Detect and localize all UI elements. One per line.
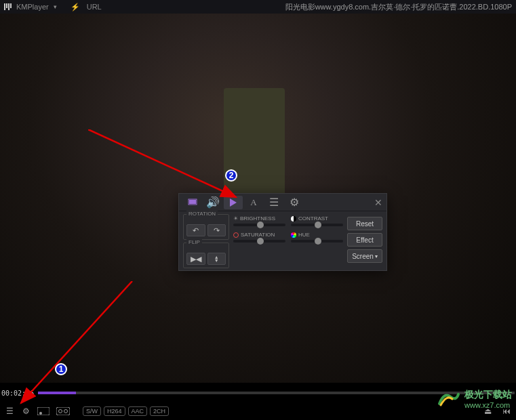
svg-point-7 xyxy=(59,410,62,413)
rotate-cw-button[interactable]: ↷ xyxy=(207,224,226,236)
flip-fieldset: FLIP ▶◀ ▲▼ xyxy=(183,243,229,268)
titlebar: KMPlayer ▾ ⚡ URL 阳光电影www.ygdy8.com.吉尔莫·德… xyxy=(0,0,516,14)
reset-button[interactable]: Reset xyxy=(347,217,382,230)
svg-rect-4 xyxy=(37,407,49,415)
tag-aac: AAC xyxy=(128,406,148,416)
file-title: 阳光电影www.ygdy8.com.吉尔莫·德尔·托罗的匹诺曹.2022.BD.… xyxy=(285,2,512,12)
panel-body: ROTATION ↶ ↷ FLIP ▶◀ ▲▼ ☀BRIGHTNESS xyxy=(179,211,386,272)
contrast-icon xyxy=(291,216,296,222)
watermark: 极光下载站 www.xz7.com xyxy=(437,389,512,409)
flip-horizontal-button[interactable]: ▶◀ xyxy=(186,253,205,265)
cast-icon[interactable] xyxy=(37,406,50,417)
contrast-control: CONTRAST xyxy=(291,215,343,230)
settings-gear-icon[interactable]: ⚙ xyxy=(20,406,31,417)
speaker-icon: 🔊 xyxy=(206,196,220,209)
effect-button[interactable]: Effect xyxy=(347,233,382,247)
tag-sw: S/W xyxy=(83,406,101,416)
vr-icon[interactable] xyxy=(56,406,71,417)
tab-display[interactable] xyxy=(183,196,202,209)
annotation-badge-1: 1 xyxy=(55,363,67,375)
hue-icon xyxy=(291,232,296,238)
saturation-slider[interactable] xyxy=(233,240,285,243)
tab-subtitle[interactable]: A xyxy=(244,196,263,209)
url-label[interactable]: URL xyxy=(87,3,102,11)
chevron-down-icon[interactable]: ▾ xyxy=(54,3,57,10)
tag-h264: H264 xyxy=(104,406,125,416)
screen-button[interactable]: Screen▾ xyxy=(347,249,382,263)
control-panel: 🔊 A ☰ ⚙ ✕ ROTATION ↶ ↷ FLIP ▶◀ ▲▼ xyxy=(178,193,387,271)
brightness-slider[interactable] xyxy=(233,224,285,226)
app-name: KMPlayer xyxy=(16,3,49,11)
flip-vertical-button[interactable]: ▲▼ xyxy=(207,253,226,265)
brightness-icon: ☀ xyxy=(233,215,238,222)
text-icon: A xyxy=(250,197,256,208)
close-button[interactable]: ✕ xyxy=(374,197,382,208)
bolt-icon[interactable]: ⚡ xyxy=(71,3,80,12)
tab-settings[interactable]: ⚙ xyxy=(285,196,304,209)
progress-fill xyxy=(38,392,76,394)
watermark-sub: www.xz7.com xyxy=(464,401,512,409)
tab-play[interactable] xyxy=(224,196,243,209)
watermark-logo-icon xyxy=(437,390,460,408)
rotation-legend: ROTATION xyxy=(186,211,218,217)
codec-tags: S/W H264 AAC 2CH xyxy=(83,406,169,416)
tab-audio[interactable]: 🔊 xyxy=(203,196,222,209)
rotation-fieldset: ROTATION ↶ ↷ xyxy=(183,214,229,240)
rotate-ccw-button[interactable]: ↶ xyxy=(186,224,205,236)
kmplayer-logo-icon xyxy=(4,3,14,10)
brightness-control: ☀BRIGHTNESS xyxy=(233,215,285,230)
hue-slider[interactable] xyxy=(291,240,343,243)
tab-playlist[interactable]: ☰ xyxy=(264,196,283,209)
flip-legend: FLIP xyxy=(186,239,202,245)
svg-rect-1 xyxy=(189,200,196,204)
saturation-icon xyxy=(233,232,239,238)
current-time: 00:02:56 xyxy=(1,390,34,397)
panel-tabs: 🔊 A ☰ ⚙ ✕ xyxy=(179,194,386,211)
svg-point-8 xyxy=(64,410,68,413)
svg-point-5 xyxy=(39,412,42,415)
saturation-control: SATURATION xyxy=(233,232,285,247)
tag-2ch: 2CH xyxy=(150,406,169,416)
hue-control: HUE xyxy=(291,232,343,247)
annotation-badge-2: 2 xyxy=(225,169,237,182)
watermark-text: 极光下载站 xyxy=(464,389,512,401)
app-logo[interactable]: KMPlayer ▾ xyxy=(4,3,57,11)
list-icon: ☰ xyxy=(269,196,279,209)
contrast-slider[interactable] xyxy=(291,224,343,226)
gear-icon: ⚙ xyxy=(290,196,299,209)
playlist-icon[interactable]: ☰ xyxy=(4,406,15,417)
play-icon xyxy=(230,198,237,207)
